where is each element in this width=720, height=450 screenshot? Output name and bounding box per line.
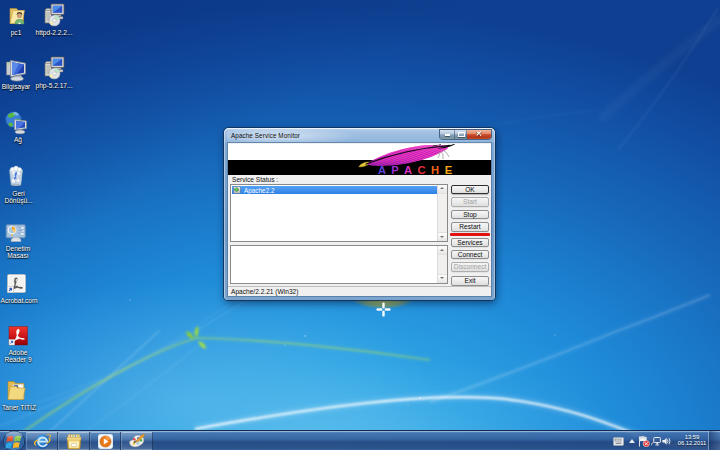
svg-text:C: C	[417, 164, 425, 176]
svg-text:A: A	[404, 164, 412, 176]
svg-text:H: H	[431, 164, 439, 176]
svg-text:E: E	[445, 164, 453, 176]
svg-text:P: P	[391, 164, 399, 176]
svg-text:A: A	[378, 164, 386, 176]
